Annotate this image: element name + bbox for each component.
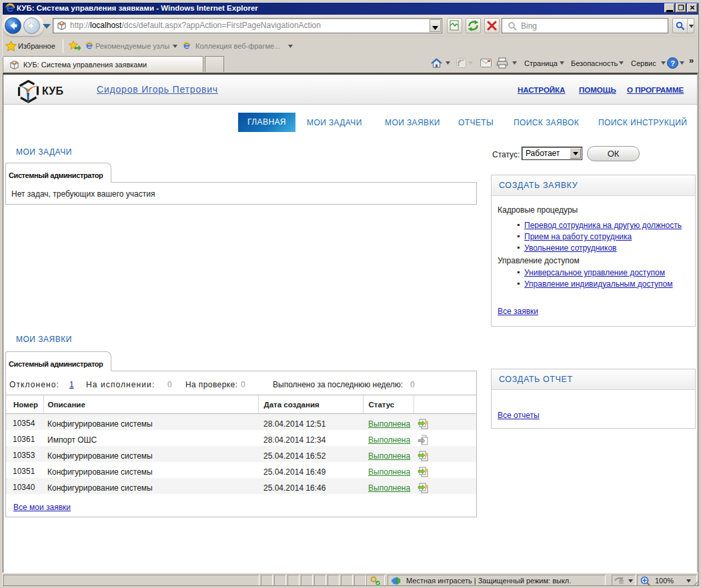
svg-text:?: ? [670, 59, 675, 67]
